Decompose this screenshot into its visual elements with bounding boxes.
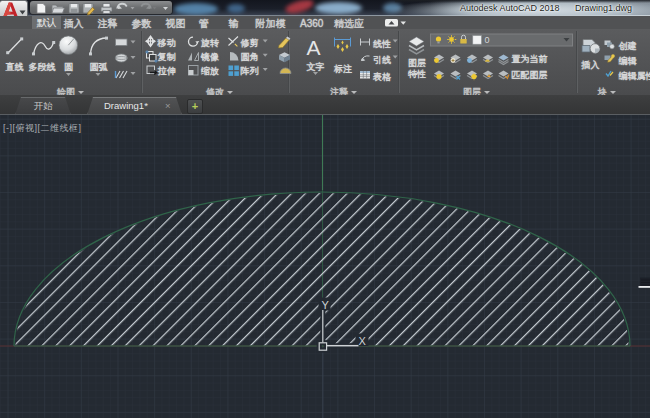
svg-text:X: X [359, 335, 367, 347]
svg-text:0: 0 [485, 35, 490, 45]
svg-text:Y: Y [322, 299, 330, 311]
svg-text:A: A [307, 35, 321, 58]
